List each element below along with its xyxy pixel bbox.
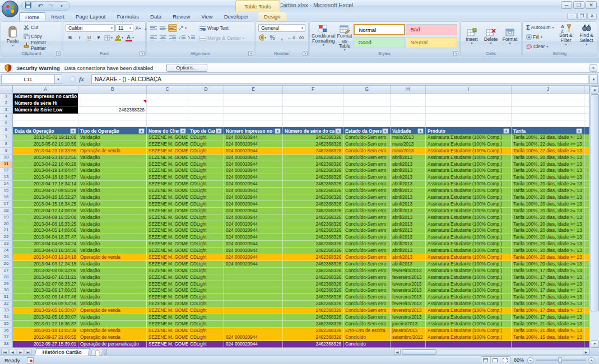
cell-G27[interactable]: Concluído-Sem erro <box>343 268 391 274</box>
orientation-icon[interactable]: ▼ <box>178 24 188 32</box>
cell-H34[interactable]: fevereiro/2013 <box>391 314 426 321</box>
cell-J31[interactable]: Tarifa 100%, 17 dias, Idade >= 13 <box>512 294 584 301</box>
cell-J5[interactable] <box>512 120 584 127</box>
cell-A22[interactable]: 2013-04-04 18:37:47 <box>13 234 78 241</box>
cell-J37[interactable]: Tarifa 100%, 15 dias, Idade >= 13 <box>512 334 584 341</box>
font-dialog-launcher[interactable]: ↘ <box>140 51 145 56</box>
cell-B28[interactable]: Validação <box>78 274 147 281</box>
cell-D24[interactable]: CDLight <box>188 248 224 254</box>
cell-H36[interactable]: janeiro/2013 <box>391 328 426 334</box>
cell-I14[interactable]: Assinatura Estudante (100% Comp.) <box>426 181 512 188</box>
cell-E28[interactable] <box>224 274 283 281</box>
cell-J14[interactable]: Tarifa 100%, 20 dias, Idade >= 13 <box>512 181 584 188</box>
sort-filter-button[interactable]: AZ Sort & Filter▼ <box>557 24 575 53</box>
page-layout-view-icon[interactable] <box>491 357 500 364</box>
cell-H11[interactable]: abril/2013 <box>391 161 426 168</box>
scroll-right-icon[interactable]: ▶ <box>583 349 589 355</box>
cell-C33[interactable]: SEZENE M. GOMES <box>147 307 188 314</box>
cell-G1[interactable] <box>343 94 391 100</box>
tab-view[interactable]: View <box>196 12 218 21</box>
cell-F32[interactable]: 2462368326 <box>283 301 343 307</box>
filter-dropdown-icon[interactable]: ▼ <box>576 128 582 134</box>
cell-A33[interactable]: 2013-02-05 16:30:07 <box>13 307 78 314</box>
cell-E11[interactable]: 024 000020944 <box>224 161 283 168</box>
cell-G12[interactable]: Concluído-Sem erro <box>343 167 391 174</box>
cell-B23[interactable]: Validação <box>78 241 147 248</box>
column-header-A[interactable]: A <box>13 86 78 93</box>
underline-button[interactable]: U <box>85 34 94 41</box>
row-header-9[interactable]: 9 <box>0 148 13 155</box>
cell-A38[interactable]: 2012-09-27 15:39:01 <box>13 341 78 348</box>
cell-J26[interactable]: Tarifa 100%, 20 dias, Idade >= 13 <box>512 261 584 268</box>
cell-E3[interactable] <box>224 107 283 114</box>
row-header-2[interactable]: 2 <box>0 100 13 107</box>
cell-E16[interactable]: 024 000020944 <box>224 194 283 201</box>
cell-D5[interactable] <box>188 120 224 127</box>
cell-F26[interactable]: 2462368326 <box>283 261 343 268</box>
cell-I12[interactable]: Assinatura Estudante (100% Comp.) <box>426 167 512 174</box>
increase-indent-icon[interactable] <box>187 34 196 41</box>
cell-G18[interactable]: Concluído-Sem erro <box>343 208 391 214</box>
number-format-select[interactable]: General▼ <box>258 24 305 32</box>
name-box-dropdown-icon[interactable]: ▼ <box>55 74 62 84</box>
cell-E31[interactable] <box>224 294 283 301</box>
cell-I26[interactable]: Assinatura Estudante (100% Comp.) <box>426 261 512 268</box>
cell-E13[interactable]: 024 000020944 <box>224 174 283 181</box>
cell-B26[interactable]: Validação <box>78 261 147 268</box>
cell-C34[interactable]: SEZENE M. GOMES <box>147 314 188 321</box>
cell-D38[interactable]: CDLight <box>188 341 224 348</box>
row-header-30[interactable]: 30 <box>0 287 13 294</box>
cell-H10[interactable]: abril/2013 <box>391 155 426 161</box>
cell-J19[interactable]: Tarifa 100%, 20 dias, Idade >= 13 <box>512 214 584 221</box>
cell-B29[interactable]: Validação <box>78 281 147 288</box>
row-header-22[interactable]: 22 <box>0 234 13 241</box>
cell-G33[interactable]: Concluído-Sem erro <box>343 307 391 314</box>
cell-E37[interactable]: 024 000020944 <box>224 334 283 341</box>
cell-J9[interactable]: Tarifa 100%, 22 dias, Idade >= 13 <box>512 148 584 155</box>
cell-B37[interactable]: Operação de venda <box>78 334 147 341</box>
cell-I37[interactable]: Assinatura Estudante (100% Comp.) <box>426 334 512 341</box>
cell-B22[interactable]: Validação <box>78 234 147 241</box>
cell-H38[interactable] <box>391 341 426 348</box>
cell-D13[interactable]: CDLight <box>188 174 224 181</box>
cell-C37[interactable]: SEZENE M. GOMES <box>147 334 188 341</box>
cell-A5[interactable] <box>13 120 78 127</box>
grow-font-icon[interactable]: A▲ <box>134 24 143 32</box>
tab-data[interactable]: Data <box>145 12 167 21</box>
restore-button[interactable]: ❐ <box>573 1 584 9</box>
cell-B13[interactable]: Validação <box>78 174 147 181</box>
cell-H33[interactable]: fevereiro/2013 <box>391 307 426 314</box>
fx-icon[interactable]: fx <box>79 76 83 82</box>
cell-C9[interactable]: SEZENE M. GOMES <box>147 148 188 155</box>
close-button[interactable]: ✕ <box>586 1 597 9</box>
cell-D11[interactable]: CDLight <box>188 161 224 168</box>
cell-J24[interactable]: Tarifa 100%, 20 dias, Idade >= 13 <box>512 248 584 254</box>
cell-G38[interactable]: Concluído <box>343 341 391 348</box>
cell-A11[interactable]: 2013-04-22 16:40:28 <box>13 161 78 168</box>
cell-C18[interactable]: SEZENE M. GOMES <box>147 208 188 214</box>
cell-I18[interactable]: Assinatura Estudante (100% Comp.) <box>426 208 512 214</box>
cell-B9[interactable]: Operação de venda <box>78 148 147 155</box>
select-all-corner[interactable] <box>0 86 13 93</box>
save-icon[interactable] <box>25 2 34 10</box>
cell-C31[interactable]: SEZENE M. GOMES <box>147 294 188 301</box>
bold-button[interactable]: B <box>66 34 75 41</box>
cell-H15[interactable]: abril/2013 <box>391 188 426 194</box>
security-bar-chevron-icon[interactable]: » <box>589 64 597 72</box>
cell-C17[interactable]: SEZENE M. GOMES <box>147 201 188 208</box>
table-header-D[interactable]: Tipo de Cartão▼ <box>188 127 224 134</box>
cell-G26[interactable]: Concluído-Sem erro <box>343 261 391 268</box>
format-as-table-button[interactable]: Format as Table▼ <box>337 22 352 52</box>
cell-I31[interactable]: Assinatura Estudante (100% Comp.) <box>426 294 512 301</box>
row-header-21[interactable]: 21 <box>0 227 13 234</box>
cell-D18[interactable]: CDLight <box>188 208 224 214</box>
font-size-select[interactable]: 11▼ <box>115 24 133 32</box>
cell-C32[interactable]: SEZENE M. GOMES <box>147 301 188 307</box>
fill-color-button[interactable]: ▼ <box>114 34 124 41</box>
row-header-35[interactable]: 35 <box>0 321 13 328</box>
table-header-E[interactable]: Número Impresso no Cartão▼ <box>224 127 283 134</box>
column-header-E[interactable]: E <box>224 86 283 93</box>
cell-E15[interactable]: 024 000020944 <box>224 188 283 194</box>
cell-E8[interactable]: 024 000020944 <box>224 141 283 148</box>
cell-J18[interactable]: Tarifa 100%, 20 dias, Idade >= 13 <box>512 208 584 214</box>
